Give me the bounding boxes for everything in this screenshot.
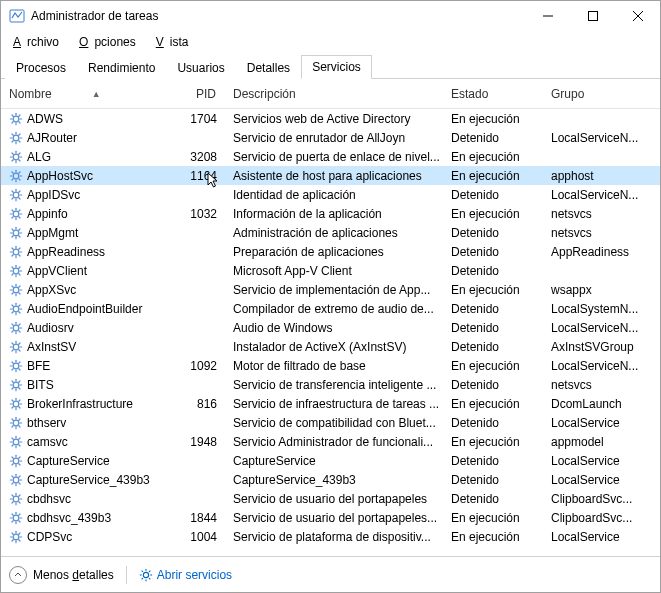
menu-file[interactable]: Archivo	[7, 33, 71, 51]
svg-point-86	[13, 287, 19, 293]
table-row[interactable]: AppReadinessPreparación de aplicacionesD…	[1, 242, 660, 261]
svg-line-130	[19, 361, 20, 362]
table-row[interactable]: BrokerInfrastructure816Servicio de infra…	[1, 394, 660, 413]
close-button[interactable]	[615, 1, 660, 31]
table-row[interactable]: cbdhsvcServicio de usuario del portapape…	[1, 489, 660, 508]
svg-line-101	[19, 311, 20, 312]
svg-line-193	[19, 494, 20, 495]
table-row[interactable]: AudioEndpointBuilderCompilador de extrem…	[1, 299, 660, 318]
table-row[interactable]: AJRouterServicio de enrutador de AllJoyn…	[1, 128, 660, 147]
svg-line-57	[12, 216, 13, 217]
table-row[interactable]: camsvc1948Servicio Administrador de func…	[1, 432, 660, 451]
svg-point-149	[13, 420, 19, 426]
table-row[interactable]: CaptureServiceCaptureServiceDetenidoLoca…	[1, 451, 660, 470]
svg-line-82	[12, 266, 13, 267]
service-group: ClipboardSvc...	[545, 492, 660, 506]
service-group: AppReadiness	[545, 245, 660, 259]
table-row[interactable]: AppVClientMicrosoft App-V ClientDetenido	[1, 261, 660, 280]
svg-line-120	[12, 349, 13, 350]
svg-point-203	[13, 534, 19, 540]
svg-line-64	[12, 228, 13, 229]
tab-details[interactable]: Detalles	[236, 56, 301, 79]
table-row[interactable]: BITSServicio de transferencia inteligent…	[1, 375, 660, 394]
service-icon	[9, 416, 23, 430]
service-group: LocalServiceN...	[545, 188, 660, 202]
table-row[interactable]: CDPSvc1004Servicio de plataforma de disp…	[1, 527, 660, 546]
column-header-group[interactable]: Grupo	[545, 87, 660, 101]
table-row[interactable]: bthservServicio de compatibilidad con Bl…	[1, 413, 660, 432]
table-row[interactable]: cbdhsvc_439b31844Servicio de usuario del…	[1, 508, 660, 527]
service-description: Servicio de puerta de enlace de nivel...	[227, 150, 445, 164]
column-header-status[interactable]: Estado	[445, 87, 545, 101]
service-name: AppXSvc	[27, 283, 76, 297]
table-row[interactable]: BFE1092Motor de filtrado de baseEn ejecu…	[1, 356, 660, 375]
svg-line-127	[12, 361, 13, 362]
svg-line-110	[19, 330, 20, 331]
svg-line-83	[19, 273, 20, 274]
service-icon	[9, 226, 23, 240]
service-icon	[9, 340, 23, 354]
svg-line-84	[12, 273, 13, 274]
service-list[interactable]: ADWS1704Servicios web de Active Director…	[1, 109, 660, 556]
tab-services[interactable]: Servicios	[301, 55, 372, 79]
service-name: ALG	[27, 150, 51, 164]
service-status: Detenido	[445, 492, 545, 506]
service-group: LocalServiceN...	[545, 321, 660, 335]
svg-point-50	[13, 211, 19, 217]
tab-processes[interactable]: Procesos	[5, 56, 77, 79]
svg-line-121	[19, 342, 20, 343]
svg-point-104	[13, 325, 19, 331]
service-name: camsvc	[27, 435, 68, 449]
svg-line-200	[19, 520, 20, 521]
service-group: LocalService	[545, 454, 660, 468]
service-name: CaptureService_439b3	[27, 473, 150, 487]
service-description: Servicio de infraestructura de tareas ..…	[227, 397, 445, 411]
service-group: apphost	[545, 169, 660, 183]
service-name: AxInstSV	[27, 340, 76, 354]
minimize-button[interactable]	[525, 1, 570, 31]
svg-line-92	[19, 292, 20, 293]
table-row[interactable]: AppMgmtAdministración de aplicacionesDet…	[1, 223, 660, 242]
service-status: En ejecución	[445, 397, 545, 411]
svg-line-20	[19, 140, 20, 141]
maximize-button[interactable]	[570, 1, 615, 31]
table-row[interactable]: Appinfo1032Información de la aplicaciónE…	[1, 204, 660, 223]
table-row[interactable]: CaptureService_439b3CaptureService_439b3…	[1, 470, 660, 489]
svg-line-85	[19, 266, 20, 267]
table-row[interactable]: AppHostSvc1164Asistente de host para apl…	[1, 166, 660, 185]
tab-users[interactable]: Usuarios	[166, 56, 235, 79]
svg-point-32	[13, 173, 19, 179]
table-row[interactable]: AudiosrvAudio de WindowsDetenidoLocalSer…	[1, 318, 660, 337]
open-services-link[interactable]: Abrir servicios	[139, 568, 232, 582]
tab-performance[interactable]: Rendimiento	[77, 56, 166, 79]
service-name: CDPSvc	[27, 530, 72, 544]
table-row[interactable]: AppXSvcServicio de implementación de App…	[1, 280, 660, 299]
service-description: Servicios web de Active Directory	[227, 112, 445, 126]
service-name: cbdhsvc	[27, 492, 71, 506]
separator	[126, 566, 127, 584]
menu-view[interactable]: Vista	[150, 33, 201, 51]
svg-line-155	[19, 425, 20, 426]
svg-line-49	[19, 190, 20, 191]
svg-line-182	[19, 482, 20, 483]
service-description: CaptureService	[227, 454, 445, 468]
table-row[interactable]: AxInstSVInstalador de ActiveX (AxInstSV)…	[1, 337, 660, 356]
svg-line-154	[12, 418, 13, 419]
service-description: Servicio Administrador de funcionali...	[227, 435, 445, 449]
table-row[interactable]: ALG3208Servicio de puerta de enlace de n…	[1, 147, 660, 166]
svg-line-191	[19, 501, 20, 502]
service-pid: 1948	[179, 435, 227, 449]
service-status: Detenido	[445, 302, 545, 316]
column-header-pid[interactable]: PID	[179, 87, 227, 101]
fewer-details-button[interactable]: Menos detalles	[9, 566, 114, 584]
service-pid: 1004	[179, 530, 227, 544]
service-description: Motor de filtrado de base	[227, 359, 445, 373]
column-header-description[interactable]: Descripción	[227, 87, 445, 101]
service-group: LocalService	[545, 416, 660, 430]
svg-line-19	[12, 133, 13, 134]
table-row[interactable]: ADWS1704Servicios web de Active Director…	[1, 109, 660, 128]
service-pid: 1704	[179, 112, 227, 126]
menu-options[interactable]: Opciones	[73, 33, 148, 51]
column-header-name[interactable]: Nombre ▲	[1, 87, 179, 101]
table-row[interactable]: AppIDSvcIdentidad de aplicaciónDetenidoL…	[1, 185, 660, 204]
